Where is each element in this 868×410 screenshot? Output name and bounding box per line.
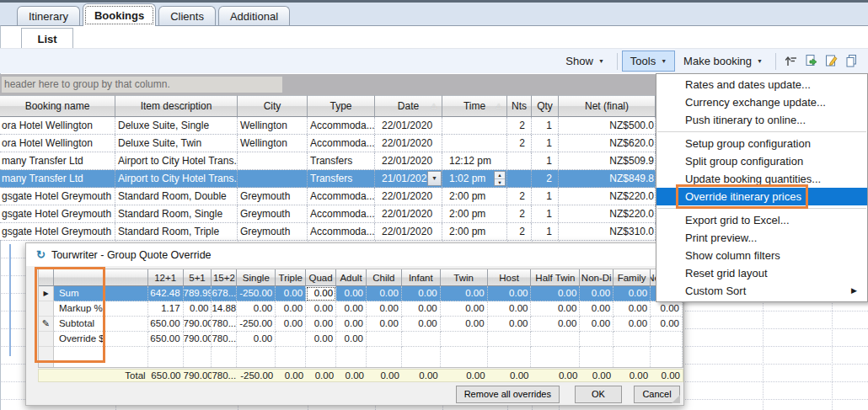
cell-type[interactable]: Accommoda... bbox=[308, 117, 375, 134]
value-cell[interactable]: 642.48 bbox=[148, 286, 184, 301]
make-booking-button[interactable]: Make booking ▼ bbox=[675, 51, 771, 72]
cell-type[interactable]: Accommoda... bbox=[308, 188, 375, 205]
value-cell[interactable]: 0.00 bbox=[580, 317, 613, 332]
cell-booking[interactable]: many Transfer Ltd bbox=[0, 170, 115, 187]
value-cell[interactable]: 0.00 bbox=[336, 317, 367, 332]
cell-item[interactable]: Standard Room, Double bbox=[115, 188, 238, 205]
value-cell[interactable]: 0.00 bbox=[306, 286, 336, 301]
menu-item-update-booking-quantities[interactable]: Update booking quantities... bbox=[656, 170, 867, 188]
tab-additional[interactable]: Additional bbox=[218, 6, 290, 25]
column-header-net-final[interactable]: Net (final) bbox=[559, 95, 656, 117]
cell-nts[interactable] bbox=[507, 152, 532, 169]
column-header-triple[interactable]: Triple bbox=[276, 269, 306, 286]
cell-booking[interactable]: gsgate Hotel Greymouth bbox=[0, 223, 115, 240]
column-header-twin[interactable]: Twin bbox=[441, 269, 488, 286]
column-header-booking-name[interactable]: Booking name bbox=[0, 95, 115, 117]
remove-all-overrides-button[interactable]: Remove all overrides bbox=[456, 386, 560, 403]
value-cell[interactable]: 790.00 bbox=[184, 332, 212, 347]
cell-city[interactable]: Wellington bbox=[238, 135, 308, 152]
table-row[interactable]: ora Hotel WellingtonDeluxe Suite, Single… bbox=[0, 117, 656, 135]
value-cell[interactable]: 0.00 bbox=[531, 317, 580, 332]
column-header-non-di[interactable]: Non-Di bbox=[580, 269, 613, 286]
current-row-arrow-icon[interactable]: ▶ bbox=[39, 286, 54, 301]
cell-item[interactable]: Airport to City Hotel Trans... bbox=[115, 152, 238, 169]
cell-qty[interactable]: 1 bbox=[532, 117, 559, 134]
column-header-host[interactable]: Host bbox=[488, 269, 532, 286]
value-cell[interactable]: 0.00 bbox=[184, 301, 212, 317]
cell-qty[interactable]: 1 bbox=[532, 205, 559, 222]
cell-date[interactable]: 22/01/2020 bbox=[375, 188, 442, 205]
cell-date[interactable]: 22/01/2020 bbox=[375, 152, 442, 169]
cell-qty[interactable]: 1 bbox=[532, 188, 559, 205]
column-header-time[interactable]: Time△ bbox=[442, 95, 507, 117]
menu-item-show-column-filters[interactable]: Show column filters bbox=[656, 247, 867, 264]
cell-booking[interactable]: ora Hotel Wellington bbox=[0, 135, 115, 152]
value-cell[interactable] bbox=[488, 332, 532, 347]
row-indicator-cell[interactable] bbox=[39, 301, 54, 317]
value-cell[interactable]: 0.00 bbox=[441, 301, 488, 317]
cell-time[interactable]: 1:02 pm▲▼ bbox=[442, 170, 507, 187]
value-cell[interactable]: 0.00 bbox=[402, 317, 441, 332]
cell-qty[interactable]: 1 bbox=[532, 223, 559, 240]
value-cell[interactable]: -250.00 bbox=[237, 317, 276, 332]
value-cell[interactable]: 790.00 bbox=[184, 317, 212, 332]
column-header-half-twin[interactable]: Half Twin bbox=[531, 269, 580, 286]
value-cell[interactable]: 0.00 bbox=[580, 286, 613, 301]
tools-button[interactable]: Tools ▼ bbox=[622, 51, 675, 72]
copy-booking-icon[interactable] bbox=[843, 53, 860, 70]
cell-net[interactable]: NZ$220.0 bbox=[559, 188, 656, 205]
value-cell[interactable] bbox=[651, 332, 683, 347]
value-cell[interactable]: 0.00 bbox=[276, 317, 306, 332]
cell-city[interactable] bbox=[238, 170, 308, 187]
cell-type[interactable]: Transfers bbox=[308, 152, 375, 169]
cell-booking[interactable]: gsgate Hotel Greymouth bbox=[0, 188, 115, 205]
time-spinner[interactable]: ▲▼ bbox=[494, 171, 506, 186]
cell-time[interactable]: 2:00 pm bbox=[442, 223, 507, 240]
column-header-family[interactable]: Family bbox=[613, 269, 651, 286]
value-cell[interactable]: 789.99 bbox=[184, 286, 212, 301]
cell-net[interactable]: NZ$500.0 bbox=[559, 117, 656, 134]
edit-pencil-icon[interactable]: ✎ bbox=[39, 317, 54, 332]
cell-type[interactable]: Accommoda... bbox=[308, 223, 375, 240]
value-cell[interactable]: 0.00 bbox=[306, 317, 336, 332]
cell-time[interactable]: 2:00 pm bbox=[442, 188, 507, 205]
table-row[interactable]: many Transfer LtdAirport to City Hotel T… bbox=[0, 170, 656, 188]
value-cell[interactable]: 0.00 bbox=[613, 286, 651, 301]
table-row[interactable]: gsgate Hotel GreymouthStandard Room, Tri… bbox=[0, 223, 656, 241]
value-cell[interactable]: 0.00 bbox=[580, 301, 613, 317]
value-cell[interactable]: 0.00 bbox=[237, 332, 276, 347]
value-cell[interactable]: 0.00 bbox=[441, 317, 488, 332]
cell-time[interactable] bbox=[442, 117, 507, 134]
value-cell[interactable]: 0.00 bbox=[488, 317, 532, 332]
value-cell[interactable] bbox=[580, 332, 613, 347]
cell-booking[interactable]: ora Hotel Wellington bbox=[0, 117, 115, 134]
value-cell[interactable]: 0.00 bbox=[367, 317, 402, 332]
cell-nts[interactable] bbox=[507, 170, 532, 187]
value-cell[interactable]: 0.00 bbox=[306, 301, 336, 317]
cell-nts[interactable]: 2 bbox=[507, 223, 532, 240]
cell-type[interactable]: Accommoda... bbox=[308, 205, 375, 222]
menu-item-setup-group-configuration[interactable]: Setup group configuration bbox=[656, 135, 867, 152]
value-cell[interactable]: 1.17 bbox=[148, 301, 184, 317]
spinner-up-icon[interactable]: ▲ bbox=[495, 172, 505, 179]
cell-booking[interactable]: many Transfer Ltd bbox=[0, 152, 115, 169]
value-cell[interactable]: 0.00 bbox=[613, 301, 651, 317]
tab-bookings[interactable]: Bookings bbox=[83, 3, 156, 26]
cell-city[interactable]: Wellington bbox=[238, 117, 308, 134]
cell-nts[interactable]: 2 bbox=[507, 188, 532, 205]
table-row[interactable]: ora Hotel WellingtonDeluxe Suite, TwinWe… bbox=[0, 135, 656, 152]
value-cell[interactable]: 0.00 bbox=[531, 286, 580, 301]
column-header-type[interactable]: Type bbox=[308, 95, 375, 117]
value-cell[interactable]: 650.00 bbox=[148, 332, 184, 347]
spinner-down-icon[interactable]: ▼ bbox=[495, 179, 505, 186]
column-header-12+1[interactable]: 12+1 bbox=[148, 269, 184, 286]
column-header-15+2[interactable]: 15+2 bbox=[212, 269, 237, 286]
menu-item-currency-exchange-update[interactable]: Currency exchange update... bbox=[656, 93, 867, 111]
column-header-date[interactable]: Date△ bbox=[375, 95, 442, 117]
column-header-qty[interactable]: Qty bbox=[532, 95, 559, 117]
value-cell[interactable]: 0.00 bbox=[237, 301, 276, 317]
value-cell[interactable]: 14.88 bbox=[212, 301, 237, 317]
value-cell[interactable]: 0.00 bbox=[488, 301, 532, 317]
resize-grip[interactable] bbox=[672, 395, 680, 403]
value-cell[interactable]: 0.00 bbox=[336, 286, 367, 301]
